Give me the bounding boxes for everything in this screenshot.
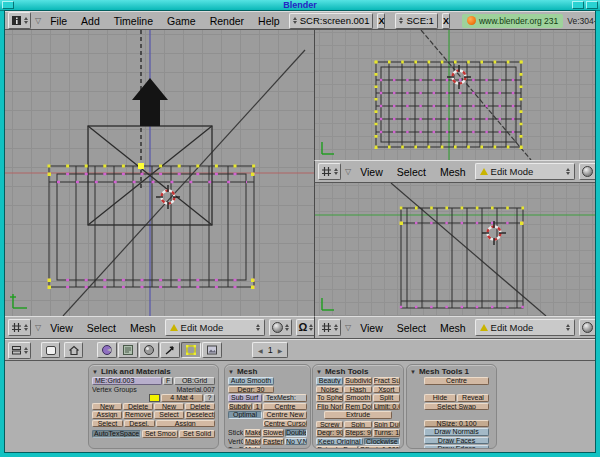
to-sphere-button[interactable]: To Sphere [316, 394, 343, 402]
vgroup-desel-button[interactable]: Desel. [124, 420, 155, 428]
smooth-button[interactable]: Smooth [344, 394, 371, 402]
flip-normals-button[interactable]: Flip Norm [316, 403, 343, 411]
collapse-menus-icon[interactable]: ▽ [35, 324, 41, 332]
material-index-stepper[interactable]: 4 Mat 4 [161, 394, 203, 402]
slower-draw-button[interactable]: SlowerDr [262, 429, 284, 437]
texmesh-field[interactable]: TexMesh: [263, 394, 307, 402]
titlebar[interactable]: Blender [0, 0, 600, 11]
vgroup-assign-button[interactable]: Assign [92, 411, 122, 419]
mesh-datablock-field[interactable]: ME:Grid.003 [92, 377, 162, 385]
panel-mesh-tools-1[interactable]: ▼ Mesh Tools 1 Centre Hide Reveal Select… [406, 364, 497, 449]
cursor-3d[interactable] [156, 185, 180, 209]
panel-collapse-icon[interactable]: ▼ [228, 369, 234, 375]
scene-selector[interactable]: SCE:1 [395, 13, 437, 29]
menu-select[interactable]: Select [392, 322, 431, 334]
extrude-arrow-object[interactable] [132, 78, 168, 126]
vgroup-remove-button[interactable]: Remove [123, 411, 153, 419]
menu-select[interactable]: Select [392, 166, 431, 178]
menu-view[interactable]: View [45, 322, 78, 334]
optimal-toggle[interactable]: Optimal [228, 411, 262, 419]
centre-new-button[interactable]: Centre New [263, 411, 307, 419]
mode-dropdown[interactable]: Edit Mode [475, 163, 575, 180]
vgroup-delete-button[interactable]: Delete [123, 403, 153, 411]
frame-number-field[interactable]: ◀ 1 ▶ [252, 342, 288, 358]
active-vertex[interactable] [138, 163, 144, 169]
fract-sub-button[interactable]: Fract Sub [373, 377, 400, 385]
hide-button[interactable]: Hide [424, 394, 456, 402]
material-help-button[interactable]: ? [204, 394, 215, 402]
fake-user-button[interactable]: F [163, 377, 173, 385]
panel-mesh-tools[interactable]: ▼ Mesh Tools Beauty Subdivide Fract Sub … [312, 364, 404, 449]
window-type-button[interactable] [318, 319, 341, 336]
set-solid-button[interactable]: Set Solid [179, 430, 215, 438]
draw-type-dropdown[interactable] [579, 163, 595, 180]
draw-faces-toggle[interactable]: Draw Faces [424, 437, 489, 445]
noise-button[interactable]: Noise [316, 386, 343, 394]
script-context-button[interactable] [118, 342, 138, 358]
menu-mesh[interactable]: Mesh [125, 322, 161, 334]
menu-select[interactable]: Select [82, 322, 121, 334]
menu-help[interactable]: Help [253, 15, 285, 27]
material-assign-button[interactable]: Assign [156, 420, 216, 428]
window-type-button[interactable] [318, 163, 341, 180]
degr-field[interactable]: Degr: 30 [228, 386, 274, 394]
offset-field[interactable]: Offset: 1.000 [359, 446, 401, 449]
subdiv-render-field[interactable]: 1 [253, 403, 262, 411]
faster-draw-button[interactable]: FasterDr [262, 438, 284, 446]
subdiv-field[interactable]: Subdiv: 1 [228, 403, 252, 411]
screw-button[interactable]: Screw [316, 421, 343, 429]
select-swap-button[interactable]: Select Swap [424, 403, 489, 411]
split-button[interactable]: Split [373, 394, 400, 402]
buttons-window-type-button[interactable] [8, 342, 31, 359]
screen-selector[interactable]: SCR:screen.001 [289, 13, 374, 29]
frame-increment-icon[interactable]: ▶ [278, 347, 283, 354]
menu-view[interactable]: View [355, 322, 388, 334]
info-window-type-button[interactable] [8, 12, 31, 29]
draw-type-dropdown[interactable] [269, 319, 292, 336]
keep-original-toggle[interactable]: Keep Original [316, 438, 363, 446]
stepper-icon[interactable] [309, 324, 313, 331]
menu-game[interactable]: Game [162, 15, 201, 27]
sub-surf-toggle[interactable]: Sub Surf [228, 394, 262, 402]
menu-mesh[interactable]: Mesh [435, 166, 471, 178]
hash-button[interactable]: Hash [344, 386, 371, 394]
window-type-button[interactable] [8, 319, 31, 336]
vgroup-select-button[interactable]: Select [92, 420, 123, 428]
stepper-icon[interactable] [566, 324, 570, 331]
frame-decrement-icon[interactable]: ◀ [258, 347, 263, 354]
degr90-field[interactable]: Degr: 90 [316, 429, 343, 437]
material-delete-button[interactable]: Delete [185, 403, 215, 411]
menu-render[interactable]: Render [205, 15, 249, 27]
clockwise-toggle[interactable]: Clockwise [364, 438, 400, 446]
collapse-menus-icon[interactable]: ▽ [35, 17, 41, 25]
stepper-icon[interactable] [285, 324, 289, 331]
panel-collapse-icon[interactable]: ▼ [316, 369, 322, 375]
panel-align-button[interactable] [41, 342, 60, 358]
pivot-dropdown[interactable]: Ω [296, 319, 314, 336]
draw-edges-toggle[interactable]: Draw Edges [424, 445, 489, 449]
stepper-icon[interactable] [256, 324, 260, 331]
centre-button[interactable]: Centre [424, 377, 489, 385]
editing-context-button[interactable] [181, 342, 201, 358]
centre-cursor-button[interactable]: Centre Cursor [263, 420, 307, 428]
home-view-button[interactable] [64, 342, 83, 358]
beauty-toggle[interactable]: Beauty [316, 377, 343, 385]
texface-make-button[interactable]: Make [244, 446, 261, 449]
auto-smooth-toggle[interactable]: Auto Smooth [228, 377, 274, 385]
vertcol-make-button[interactable]: Make [244, 438, 261, 446]
stepper-icon[interactable] [24, 347, 28, 354]
stepper-icon[interactable] [24, 324, 28, 331]
nsize-field[interactable]: NSize: 0.100 [424, 420, 489, 428]
sticky-make-button[interactable]: Make [244, 429, 261, 437]
no-vnormal-toggle[interactable]: No V.Normal Flip [285, 438, 307, 446]
menu-mesh[interactable]: Mesh [435, 322, 471, 334]
vgroup-new-button[interactable]: New [92, 403, 122, 411]
panel-collapse-icon[interactable]: ▼ [410, 369, 416, 375]
reveal-button[interactable]: Reveal [457, 394, 489, 402]
autotexspace-toggle[interactable]: AutoTexSpace [92, 430, 141, 438]
stepper-icon[interactable] [334, 168, 338, 175]
centre-button[interactable]: Centre [263, 403, 307, 411]
menu-view[interactable]: View [355, 166, 388, 178]
stepper-icon[interactable] [24, 17, 28, 24]
menu-file[interactable]: File [45, 15, 72, 27]
